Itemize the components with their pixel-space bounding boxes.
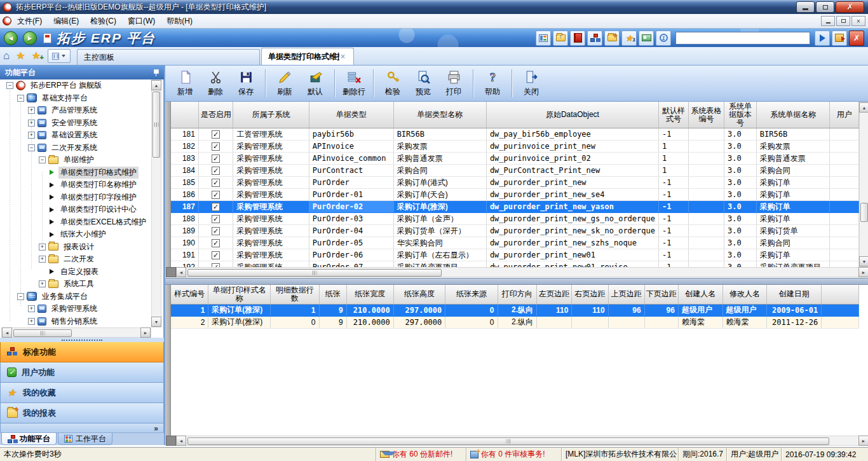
col-dataobject[interactable]: 原始DataObject [486,102,658,128]
collapse-icon[interactable]: − [17,293,24,300]
close-module-button[interactable]: 关闭 [517,67,546,100]
col-doc-type[interactable]: 单据类型 [309,102,393,128]
col-enabled[interactable]: 是否启用 [198,102,233,128]
help-button[interactable]: ? 帮助 [478,67,507,100]
col-create-date[interactable]: 创建日期 [767,285,822,304]
menu-window[interactable]: 窗口(W) [122,14,161,29]
run-button[interactable] [815,31,830,46]
table-row[interactable]: 191✓采购管理系统PurOrder-06采购订单（左右显示）dw_purord… [171,249,859,261]
tree-item[interactable]: +产品管理系统 [1,104,151,117]
col-style-name[interactable]: 单据打印样式名称 [208,285,271,304]
col-orientation[interactable]: 打印方向 [498,285,537,304]
tree-item[interactable]: +系统工具 [1,278,151,291]
col-margin-bottom[interactable]: 下页边距 [644,285,678,304]
col-creator[interactable]: 创建人名 [678,285,722,304]
mdi-minimize-button[interactable] [821,16,835,26]
table-row[interactable]: 190✓采购管理系统PurOrder-05华实采购合同dw_purorder_p… [171,237,859,249]
favorite-button[interactable]: ★ [16,46,25,65]
print-button[interactable]: 打印 [439,67,468,100]
tree-item[interactable]: 单据类型打印字段维护 [1,191,151,204]
restore-button[interactable] [816,1,834,13]
tree-item[interactable]: +二次开发 [1,253,151,266]
expand-icon[interactable]: + [28,107,35,114]
scrollbar-thumb[interactable] [187,269,442,277]
col-sys-version[interactable]: 系统单据版本号 [724,102,757,128]
pin-icon[interactable] [153,69,159,76]
check-button[interactable]: 检验 [378,67,407,100]
tree-item[interactable]: 单据类型EXCEL格式维护 [1,216,151,229]
expand-icon[interactable]: + [39,244,46,251]
scroll-down-icon[interactable]: ▼ [859,256,868,266]
scroll-right-icon[interactable]: ► [858,436,868,446]
tree-item-root[interactable]: −拓步ERP平台 旗舰版 [1,79,151,92]
scroll-up-icon[interactable]: ▲ [151,80,161,90]
layout-view-button[interactable] [536,31,551,46]
contacts-button[interactable] [639,31,654,46]
menu-edit[interactable]: 编辑(E) [48,14,85,29]
expand-icon[interactable]: + [28,132,35,139]
messages-button[interactable]: 1 [656,31,671,46]
scrollbar-thumb[interactable] [13,329,72,337]
col-paper-source[interactable]: 纸张来源 [445,285,498,304]
tree-item[interactable]: +报表设计 [1,241,151,254]
table-row[interactable]: 185✓采购管理系统PurOrder采购订单(港式)dw_purorder_pr… [171,177,859,189]
scroll-right-icon[interactable]: ► [858,267,868,277]
close-tab-icon[interactable]: × [341,52,345,61]
table-row[interactable]: 181✓工资管理系统paybir56bBIR56Bdw_pay_bir56b_e… [171,128,859,141]
scroll-left-icon[interactable]: ◄ [176,267,186,277]
delete-button[interactable]: 删除 [201,67,230,100]
nav-my-reports[interactable]: 我的报表 [0,403,164,423]
enabled-checkbox[interactable]: ✓ [212,239,220,247]
tree-item[interactable]: +采购管理系统 [1,303,151,315]
nav-my-favorites[interactable]: ★我的收藏 [0,383,164,403]
tree-horizontal-scrollbar[interactable]: ◄ ► [1,327,151,338]
tree-item[interactable]: 纸张大小维护 [1,228,151,241]
quick-search-input[interactable] [675,32,810,45]
enabled-checkbox[interactable]: ✓ [212,203,220,211]
tree-vertical-scrollbar[interactable]: ▲ ▼ [151,79,161,327]
main-grid-vertical-scrollbar[interactable]: ▲ ▼ [859,102,868,267]
col-doc-name[interactable]: 单据类型名称 [393,102,486,128]
enabled-checkbox[interactable]: ✓ [212,215,220,223]
col-margin-top[interactable]: 上页边距 [608,285,644,304]
save-button[interactable]: 保存 [231,67,261,100]
col-paper[interactable]: 纸张 [319,285,346,304]
table-row[interactable]: 188✓采购管理系统PurOrder-03采购订单（金声）dw_purorder… [171,213,859,225]
tree-item[interactable]: −单据维护 [1,154,151,167]
minimize-button[interactable] [796,1,815,13]
style-grid-horizontal-scrollbar[interactable]: ◄ ► [165,436,868,446]
table-row[interactable]: 186✓采购管理系统PurOrder-01采购订单(天合)dw_purorder… [171,189,859,201]
scrollbar-thumb[interactable] [860,203,868,222]
status-mail[interactable]: 你有 60 份新邮件! [376,448,466,461]
col-paper-width[interactable]: 纸张宽度 [346,285,393,304]
archive-button[interactable] [553,31,568,46]
enabled-checkbox[interactable]: ✓ [212,251,220,259]
forward-button[interactable]: ► [23,31,37,45]
tree-item[interactable]: −基础支持平台 [1,92,151,105]
enabled-checkbox[interactable]: ✓ [212,130,220,139]
expand-icon[interactable]: + [28,305,35,312]
favorites-button[interactable]: ★1 [621,31,637,46]
window-list-button[interactable] [48,49,71,63]
menu-check[interactable]: 检验(C) [85,14,122,29]
panel-splitter[interactable] [165,278,868,285]
menu-file[interactable]: 文件(F) [11,14,48,29]
notebook-button[interactable] [570,31,585,46]
menu-help[interactable]: 帮助(H) [161,14,198,29]
tree-item[interactable]: 单据类型打印设计中心 [1,203,151,216]
collapse-icon[interactable]: − [39,156,46,163]
delete-row-button[interactable]: 删除行 [339,67,369,100]
enabled-checkbox[interactable]: ✓ [212,179,220,187]
tree-item-selected[interactable]: 单据类型打印格式维护 [1,167,151,179]
enabled-checkbox[interactable]: ✓ [212,142,220,151]
col-default-style[interactable]: 默认样式号 [658,102,688,128]
add-favorite-button[interactable]: ★+ [32,46,41,65]
table-row[interactable]: 184✓采购管理系统PurContract采购合同dw_PurContract_… [171,165,859,177]
col-detail-rows[interactable]: 明细数据行数 [271,285,319,304]
col-sys-table-no[interactable]: 系统表格编号 [688,102,724,128]
tree-item[interactable]: −二次开发系统 [1,142,151,155]
back-button[interactable]: ◄ [4,31,18,45]
enabled-checkbox[interactable]: ✓ [212,227,220,235]
table-row-selected[interactable]: 187✓采购管理系统PurOrder-02采购订单(雅深)dw_purorder… [171,201,859,213]
tree-item[interactable]: 自定义报表 [1,266,151,279]
